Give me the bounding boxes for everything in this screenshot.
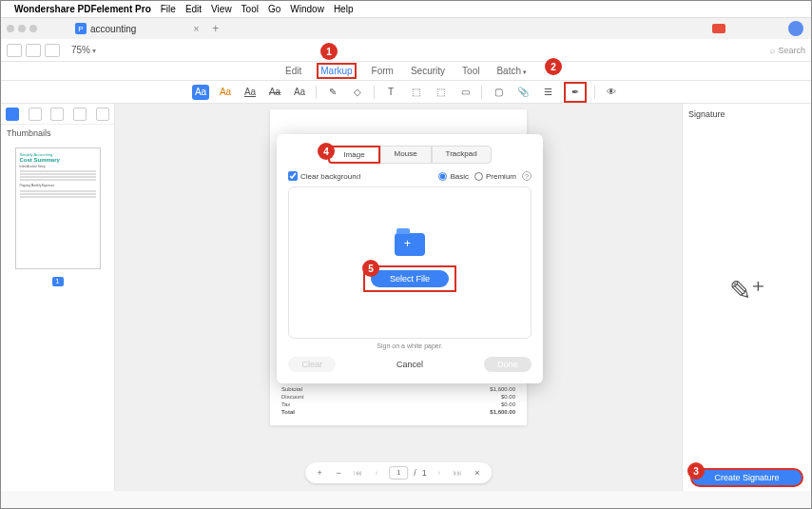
squiggle-icon[interactable]: Aa bbox=[291, 85, 308, 100]
done-button[interactable]: Done bbox=[484, 357, 532, 372]
tab-edit[interactable]: Edit bbox=[283, 63, 303, 79]
shape-rect-icon[interactable]: ▢ bbox=[490, 85, 507, 100]
fields-tab-icon[interactable] bbox=[96, 108, 109, 121]
user-avatar[interactable] bbox=[788, 21, 803, 36]
attachments-tab-icon[interactable] bbox=[73, 108, 87, 121]
menu-help[interactable]: Help bbox=[334, 4, 354, 14]
clear-button[interactable]: Clear bbox=[288, 357, 336, 372]
thumbnail-page-number: 1 bbox=[52, 277, 64, 286]
left-sidebar: Thumbnails Simplify Accounting Cost Summ… bbox=[1, 104, 115, 491]
layout-grid-button[interactable] bbox=[26, 44, 41, 57]
last-page-button[interactable]: ⏭ bbox=[452, 468, 465, 478]
thumbnails-tab-icon[interactable] bbox=[6, 108, 19, 121]
seg-image[interactable]: Image bbox=[328, 146, 379, 164]
search-icon: ⌕ bbox=[770, 46, 775, 55]
app-name[interactable]: Wondershare PDFelement Pro bbox=[14, 4, 151, 14]
attachment-icon[interactable]: 📎 bbox=[514, 85, 532, 100]
menu-edit[interactable]: Edit bbox=[185, 4, 202, 14]
tab-markup[interactable]: Markup bbox=[317, 63, 356, 79]
page-total: 1 bbox=[422, 468, 427, 478]
signature-panel: Signature ✎⁺ Create Signature bbox=[682, 104, 811, 491]
text-style-1-icon[interactable]: Aa bbox=[217, 85, 234, 100]
folder-plus-icon: + bbox=[395, 233, 425, 256]
tab-tool[interactable]: Tool bbox=[460, 63, 481, 79]
stamp-icon[interactable]: ☰ bbox=[539, 85, 556, 100]
modal-options: Clear background Basic Premium ? bbox=[288, 171, 532, 181]
pencil-icon[interactable]: ✎ bbox=[324, 85, 341, 100]
annotations-tab-icon[interactable] bbox=[50, 108, 64, 121]
menu-file[interactable]: File bbox=[161, 4, 176, 14]
menu-tool[interactable]: Tool bbox=[242, 4, 259, 14]
next-page-button[interactable]: › bbox=[433, 468, 446, 478]
signature-tool-icon[interactable]: ✒ bbox=[567, 85, 584, 100]
seg-trackpad[interactable]: Trackpad bbox=[432, 146, 492, 164]
callout-5: 5 bbox=[362, 260, 379, 277]
seg-mouse[interactable]: Mouse bbox=[380, 146, 432, 164]
highlight-tool-icon[interactable]: Aa bbox=[192, 85, 209, 100]
prev-page-button[interactable]: ‹ bbox=[370, 468, 383, 478]
tab-form[interactable]: Form bbox=[370, 63, 396, 79]
view-toolbar: 75% ⌕ Search bbox=[1, 39, 811, 62]
area-highlight-icon[interactable]: ▭ bbox=[456, 85, 474, 100]
file-drop-zone[interactable]: + Select File bbox=[288, 186, 532, 339]
bookmarks-tab-icon[interactable] bbox=[29, 108, 42, 121]
panel-toggle-button[interactable] bbox=[7, 44, 22, 57]
strikethrough-icon[interactable]: Aa bbox=[266, 85, 283, 100]
note-icon[interactable]: ⬚ bbox=[432, 85, 449, 100]
tab-title: accounting bbox=[90, 24, 136, 34]
cancel-button[interactable]: Cancel bbox=[383, 357, 436, 372]
callout-icon[interactable]: ⬚ bbox=[407, 85, 424, 100]
page-thumbnail[interactable]: Simplify Accounting Cost Summary Initial… bbox=[15, 147, 101, 269]
eraser-icon[interactable]: ◇ bbox=[349, 85, 366, 100]
clear-bg-input[interactable] bbox=[288, 171, 298, 181]
tab-batch[interactable]: Batch bbox=[494, 63, 529, 79]
search-field[interactable]: ⌕ Search bbox=[770, 46, 805, 55]
tab-close-icon[interactable]: × bbox=[193, 24, 199, 34]
clear-background-checkbox[interactable]: Clear background bbox=[288, 171, 360, 181]
sidebar-tabs bbox=[1, 104, 114, 125]
basic-radio[interactable]: Basic bbox=[438, 172, 469, 181]
underline-icon[interactable]: Aa bbox=[242, 85, 259, 100]
new-tab-button[interactable]: + bbox=[212, 22, 219, 35]
document-tab[interactable]: P accounting × bbox=[75, 23, 199, 34]
separator bbox=[316, 86, 317, 99]
menu-window[interactable]: Window bbox=[290, 4, 324, 14]
close-pager-button[interactable]: × bbox=[471, 468, 484, 478]
callout-2: 2 bbox=[545, 58, 562, 75]
separator bbox=[374, 86, 375, 99]
help-icon[interactable]: ? bbox=[522, 171, 532, 181]
sidebar-title: Thumbnails bbox=[1, 125, 114, 142]
table-row: Total$1,600.00 bbox=[280, 408, 517, 416]
page-current-field[interactable]: 1 bbox=[389, 466, 408, 480]
pdf-icon: P bbox=[75, 23, 87, 34]
callout-4: 4 bbox=[318, 143, 335, 160]
window-controls[interactable] bbox=[7, 25, 37, 32]
callout-3: 3 bbox=[687, 462, 705, 480]
close-dot[interactable] bbox=[7, 25, 14, 32]
thumb-title: Cost Summary bbox=[20, 157, 96, 163]
layout-list-button[interactable] bbox=[45, 44, 60, 57]
table-row: Discount$0.00 bbox=[280, 393, 517, 401]
zoom-dropdown[interactable]: 75% bbox=[71, 45, 96, 55]
min-dot[interactable] bbox=[18, 25, 26, 32]
text-box-icon[interactable]: T bbox=[382, 85, 399, 100]
callout-1: 1 bbox=[320, 43, 338, 60]
titlebar: P accounting × + bbox=[1, 18, 811, 39]
signature-tool-highlight: ✒ bbox=[564, 82, 587, 103]
table-row: Subtotal$1,600.00 bbox=[280, 385, 517, 393]
select-file-button[interactable]: Select File bbox=[371, 270, 449, 287]
app-indicator-icon[interactable] bbox=[712, 24, 725, 33]
zoom-out-button[interactable]: − bbox=[332, 468, 345, 478]
zoom-in-button[interactable]: + bbox=[313, 468, 326, 478]
main-tabs: Edit Markup Form Security Tool Batch bbox=[1, 62, 811, 81]
show-hide-icon[interactable]: 👁 bbox=[603, 85, 620, 100]
menu-go[interactable]: Go bbox=[268, 4, 280, 14]
signature-modal: Image Mouse Trackpad Clear background Ba… bbox=[277, 134, 543, 383]
max-dot[interactable] bbox=[29, 25, 37, 32]
tab-security[interactable]: Security bbox=[409, 63, 447, 79]
create-signature-button[interactable]: Create Signature bbox=[690, 468, 803, 487]
page-sep: / bbox=[414, 468, 416, 478]
first-page-button[interactable]: ⏮ bbox=[351, 468, 364, 478]
premium-radio[interactable]: Premium bbox=[474, 172, 516, 181]
menu-view[interactable]: View bbox=[211, 4, 232, 14]
